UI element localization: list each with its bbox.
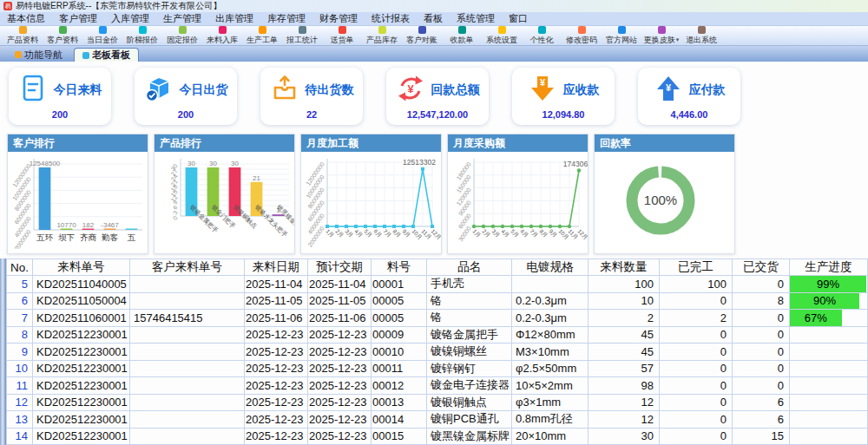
cell-cust_order	[130, 292, 245, 310]
title-bar: 易 易特电镀ERP系统--【东莞市易特软件开发有限公司】	[0, 0, 868, 12]
toolbar-item-7[interactable]: 报工统计	[282, 26, 322, 46]
cell-progress	[790, 377, 868, 395]
toolbar-item-label: 产品资料	[7, 35, 38, 46]
menu-item-0[interactable]: 基本信息	[0, 12, 52, 25]
toolbar-item-1[interactable]: 客户资料	[43, 26, 82, 46]
cell-spec: 0.2-0.3μm	[512, 292, 589, 310]
toolbar-item-2[interactable]: 当日金价	[82, 26, 122, 46]
cell-shipped: 0	[733, 344, 790, 361]
toolbar-item-label: 客户资料	[47, 35, 78, 46]
table-row[interactable]: 12KD2025122300012025-12-232025-12-230001…	[7, 394, 868, 411]
work-order-icon	[259, 26, 266, 34]
table-row[interactable]: 8KD2025122300012025-12-232025-12-2300009…	[7, 326, 868, 344]
table-row[interactable]: 11KD2025122300012025-12-232025-12-230001…	[7, 377, 868, 395]
cell-part: 00014	[372, 411, 427, 429]
col-header-8[interactable]: 来料数量	[589, 259, 660, 276]
cell-shipped: 0	[733, 310, 790, 327]
cell-done: 0	[660, 344, 733, 361]
kpi-title: 今日来料	[54, 82, 102, 98]
left-splitter[interactable]	[0, 258, 6, 445]
menu-item-4[interactable]: 出库管理	[208, 12, 260, 25]
cell-qty: 12	[589, 411, 660, 429]
table-row[interactable]: 10KD2025122300012025-12-232025-12-230001…	[7, 360, 868, 377]
svg-text:五环: 五环	[36, 232, 54, 242]
toolbar-item-0[interactable]: 产品资料	[3, 26, 43, 46]
col-header-7[interactable]: 电镀规格	[512, 259, 589, 276]
cell-name: 镀铜PCB通孔	[427, 411, 512, 429]
kpi-card-0: 今日来料200	[9, 68, 111, 125]
toolbar-item-label: 个性化	[530, 35, 554, 46]
website-icon	[618, 26, 626, 34]
col-header-4[interactable]: 预计交期	[308, 259, 372, 276]
cell-order: KD202511050004	[33, 292, 130, 310]
toolbar-item-14[interactable]: 修改密码	[562, 26, 602, 46]
toolbar-item-5[interactable]: 来料入库	[202, 26, 242, 46]
table-row[interactable]: 13KD2025122300012025-12-232025-12-230001…	[7, 411, 868, 429]
toolbar-item-16[interactable]: 更换皮肤▾	[641, 26, 681, 46]
table-row[interactable]: 5KD2025110400052025-11-042025-11-0400001…	[7, 276, 868, 293]
table-row[interactable]: 6KD2025110500042025-11-052025-11-0500005…	[7, 292, 868, 310]
kpi-card-1: 今日出货200	[135, 68, 237, 125]
menu-item-1[interactable]: 客户管理	[52, 12, 104, 25]
toolbar-item-6[interactable]: 生产工单	[242, 26, 282, 46]
cell-no: 13	[7, 411, 33, 429]
chart-bar: 1200000010000000800000060000004000000200…	[8, 152, 148, 251]
chart-line: 1800001500001200009000060000300001月2月3月4…	[448, 152, 588, 251]
tab-老板看板[interactable]: 老板看板	[74, 48, 139, 62]
inventory-icon	[378, 26, 386, 34]
col-header-1[interactable]: 来料单号	[33, 259, 130, 276]
cell-date_due: 2025-11-04	[308, 276, 372, 293]
cell-part: 00009	[372, 326, 427, 344]
toolbar-item-text: 退出系统	[686, 35, 717, 46]
menu-item-9[interactable]: 系统管理	[450, 12, 502, 25]
kpi-title: 应付款	[689, 82, 726, 98]
toolbar-item-11[interactable]: 收款单	[442, 26, 482, 46]
cell-cust_order	[130, 394, 245, 411]
col-header-3[interactable]: 来料日期	[245, 259, 308, 276]
cell-date_due: 2025-12-23	[308, 344, 372, 361]
toolbar-item-3[interactable]: 阶梯报价	[122, 26, 162, 46]
charts-row: 客户排行120000001000000080000006000000400000…	[0, 130, 868, 254]
svg-text:30: 30	[209, 160, 217, 167]
cell-progress	[790, 360, 868, 377]
toolbar-item-8[interactable]: 送货单	[322, 26, 362, 46]
cell-spec: Φ12×80mm	[512, 326, 589, 344]
col-header-2[interactable]: 客户来料单号	[130, 259, 245, 276]
col-header-0[interactable]: No.	[7, 259, 33, 276]
table-row[interactable]: 14KD2025122300012025-12-232025-12-230001…	[7, 428, 868, 445]
svg-text:30: 30	[187, 160, 195, 167]
table-row[interactable]: 7KD202511060001157464154152025-11-062025…	[7, 310, 868, 327]
cell-progress	[790, 394, 868, 411]
toolbar-item-12[interactable]: 系统设置	[482, 26, 522, 46]
toolbar-item-15[interactable]: 官方网站	[602, 26, 641, 46]
progress-bar: 67%	[790, 310, 842, 326]
svg-text:¥: ¥	[539, 77, 545, 88]
col-header-6[interactable]: 品名	[427, 259, 512, 276]
menu-item-8[interactable]: 看板	[417, 12, 450, 25]
chart-panel-3: 月度采购额1800001500001200009000060000300001月…	[447, 134, 589, 254]
table-header-row: No.来料单号客户来料单号来料日期预计交期料号品名电镀规格来料数量已完工已交货生…	[7, 259, 868, 276]
tab-功能导航[interactable]: 功能导航	[7, 48, 70, 62]
toolbar-item-10[interactable]: 客户对账	[402, 26, 442, 46]
col-header-11[interactable]: 生产进度	[790, 259, 868, 276]
col-header-5[interactable]: 料号	[372, 259, 427, 276]
menu-item-5[interactable]: 库存管理	[260, 12, 312, 25]
menu-item-7[interactable]: 统计报表	[365, 12, 417, 25]
cell-order: KD202512230001	[33, 344, 130, 361]
toolbar-item-13[interactable]: 个性化	[522, 26, 562, 46]
toolbar-item-4[interactable]: 固定报价	[162, 26, 202, 46]
menu-item-2[interactable]: 入库管理	[104, 12, 156, 25]
chart-donut: 100%	[595, 152, 734, 251]
toolbar-item-9[interactable]: 产品库存	[362, 26, 402, 46]
menu-item-10[interactable]: 窗口	[502, 12, 535, 25]
col-header-10[interactable]: 已交货	[733, 259, 790, 276]
cell-shipped: 0	[733, 276, 790, 293]
cell-order: KD202512230001	[33, 326, 130, 344]
cell-qty: 45	[589, 344, 660, 361]
menu-item-6[interactable]: 财务管理	[312, 12, 365, 25]
table-row[interactable]: 9KD2025122300012025-12-232025-12-2300010…	[7, 344, 868, 361]
toolbar-item-17[interactable]: 退出系统	[681, 26, 721, 46]
col-header-9[interactable]: 已完工	[660, 259, 733, 276]
chart-panel-1: 产品排行30272421181512963030镀铬金属把手30镀金门把手30镀…	[154, 134, 295, 254]
menu-item-3[interactable]: 生产管理	[156, 12, 208, 25]
